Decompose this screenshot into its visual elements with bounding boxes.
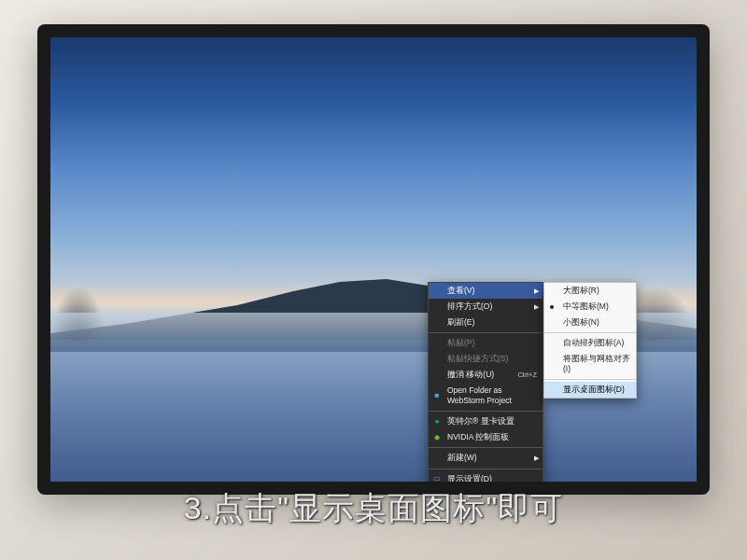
menu-item-u[interactable]: 撤消 移动(U)Ctrl+Z bbox=[429, 367, 543, 383]
submenu-arrow-icon: ▶ bbox=[534, 302, 539, 311]
menu-item-label: 将图标与网格对齐(I) bbox=[563, 354, 630, 374]
menu-separator bbox=[429, 447, 543, 448]
menu-item-label: 新建(W) bbox=[447, 453, 477, 463]
menu-separator bbox=[429, 411, 543, 412]
context-menu-primary: 查看(V)▶排序方式(O)▶刷新(E)粘贴(P)粘贴快捷方式(S)撤消 移动(U… bbox=[428, 282, 543, 482]
ws-icon: ■ bbox=[432, 391, 442, 400]
menu-item-label: 自动排列图标(A) bbox=[563, 338, 624, 348]
selected-bullet-icon bbox=[550, 305, 554, 309]
context-menu-view-submenu: 大图标(R)中等图标(M)小图标(N)自动排列图标(A)将图标与网格对齐(I)显… bbox=[543, 282, 637, 399]
menu-item-label: Open Folder as WebStorm Project bbox=[447, 385, 537, 406]
menu-item-e[interactable]: 刷新(E) bbox=[429, 315, 543, 330]
menu-item-label: 大图标(R) bbox=[563, 286, 599, 296]
menu-item-s[interactable]: 粘贴快捷方式(S) bbox=[429, 351, 543, 367]
menu-separator bbox=[429, 332, 543, 333]
menu-separator bbox=[544, 332, 636, 333]
menu-shortcut: Ctrl+Z bbox=[517, 371, 537, 380]
menu-item-r[interactable]: 大图标(R) bbox=[544, 283, 636, 299]
menu-item-label: 刷新(E) bbox=[447, 317, 474, 328]
monitor-frame: 查看(V)▶排序方式(O)▶刷新(E)粘贴(P)粘贴快捷方式(S)撤消 移动(U… bbox=[37, 24, 710, 495]
menu-item-nvidia[interactable]: ◆NVIDIA 控制面板 bbox=[429, 429, 543, 445]
instruction-caption: 3.点击"显示桌面图标"即可 bbox=[0, 487, 747, 530]
menu-item-a[interactable]: 自动排列图标(A) bbox=[544, 335, 636, 351]
intel-icon: ● bbox=[432, 417, 442, 427]
submenu-arrow-icon: ▶ bbox=[534, 454, 539, 462]
menu-item-label: 排序方式(O) bbox=[447, 301, 492, 312]
menu-item-openfolderaswebstormproject[interactable]: ■Open Folder as WebStorm Project bbox=[429, 383, 543, 409]
menu-item-label: 显示桌面图标(D) bbox=[563, 385, 625, 395]
menu-item-d[interactable]: 显示桌面图标(D) bbox=[544, 382, 636, 398]
menu-item-d[interactable]: ▭显示设置(D) bbox=[429, 471, 543, 482]
menu-item-m[interactable]: 中等图标(M) bbox=[544, 299, 636, 315]
menu-item-v[interactable]: 查看(V)▶ bbox=[429, 283, 543, 299]
submenu-arrow-icon: ▶ bbox=[534, 287, 539, 295]
menu-item-[interactable]: ●英特尔® 显卡设置 bbox=[429, 413, 543, 429]
nv-icon: ◆ bbox=[432, 433, 442, 442]
desktop-screen[interactable]: 查看(V)▶排序方式(O)▶刷新(E)粘贴(P)粘贴快捷方式(S)撤消 移动(U… bbox=[50, 37, 697, 482]
display-icon: ▭ bbox=[432, 474, 442, 482]
menu-item-label: 粘贴(P) bbox=[447, 338, 474, 348]
menu-item-label: 小图标(N) bbox=[563, 317, 599, 328]
menu-separator bbox=[429, 469, 543, 469]
menu-item-label: 英特尔® 显卡设置 bbox=[447, 416, 514, 427]
menu-item-w[interactable]: 新建(W)▶ bbox=[429, 450, 543, 466]
menu-item-i[interactable]: 将图标与网格对齐(I) bbox=[544, 351, 636, 377]
menu-item-n[interactable]: 小图标(N) bbox=[544, 315, 636, 330]
menu-item-p[interactable]: 粘贴(P) bbox=[429, 335, 543, 351]
menu-item-label: 查看(V) bbox=[447, 286, 474, 296]
menu-item-label: 粘贴快捷方式(S) bbox=[447, 354, 508, 364]
menu-item-label: 撤消 移动(U) bbox=[447, 370, 494, 380]
menu-item-label: 显示设置(D) bbox=[447, 474, 492, 482]
menu-item-label: NVIDIA 控制面板 bbox=[447, 432, 509, 442]
menu-item-label: 中等图标(M) bbox=[563, 301, 609, 312]
menu-item-o[interactable]: 排序方式(O)▶ bbox=[429, 299, 543, 315]
menu-separator bbox=[544, 379, 636, 380]
